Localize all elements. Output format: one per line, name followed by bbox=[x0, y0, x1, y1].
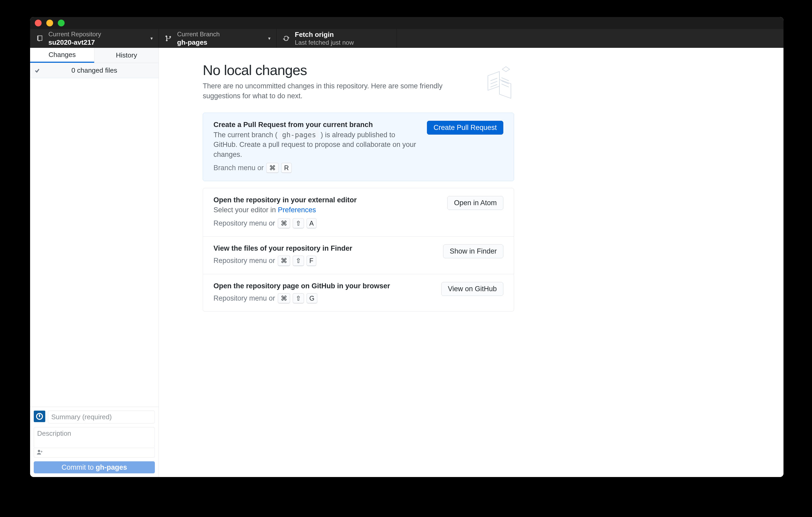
create-pull-request-button[interactable]: Create Pull Request bbox=[427, 121, 503, 134]
fetch-subtitle: Last fetched just now bbox=[295, 39, 354, 47]
commit-button-branch: gh-pages bbox=[96, 463, 127, 471]
card-title: View the files of your repository in Fin… bbox=[213, 244, 433, 252]
repo-value: su2020-avt217 bbox=[49, 38, 101, 47]
branch-code: gh-pages bbox=[280, 130, 319, 139]
card-hint: Repository menu or ⌘ ⇧ F bbox=[213, 255, 433, 266]
card-title: Open the repository in your external edi… bbox=[213, 196, 437, 204]
card-view-github: Open the repository page on GitHub in yo… bbox=[203, 274, 514, 311]
kbd: ⇧ bbox=[293, 255, 304, 266]
svg-line-7 bbox=[501, 84, 509, 87]
repository-switcher[interactable]: Current Repository su2020-avt217 ▾ bbox=[30, 29, 159, 48]
main-panel: No local changes There are no uncommitte… bbox=[159, 48, 783, 477]
app-window: Current Repository su2020-avt217 ▾ Curre… bbox=[30, 17, 783, 477]
window-close-button[interactable] bbox=[35, 20, 41, 26]
svg-line-2 bbox=[491, 78, 497, 81]
sync-icon bbox=[282, 35, 290, 42]
changed-files-header: 0 changed files bbox=[30, 63, 158, 78]
branch-value: gh-pages bbox=[177, 38, 220, 47]
view-on-github-button[interactable]: View on GitHub bbox=[441, 282, 503, 296]
window-minimize-button[interactable] bbox=[46, 20, 53, 26]
card-title: Open the repository page on GitHub in yo… bbox=[213, 282, 431, 290]
branch-label: Current Branch bbox=[177, 30, 220, 38]
tab-history[interactable]: History bbox=[94, 48, 158, 63]
toolbar: Current Repository su2020-avt217 ▾ Curre… bbox=[30, 29, 783, 48]
branch-switcher[interactable]: Current Branch gh-pages ▾ bbox=[159, 29, 277, 48]
sidebar: Changes History 0 changed files bbox=[30, 48, 159, 477]
card-show-finder: View the files of your repository in Fin… bbox=[203, 236, 514, 274]
add-coauthors-button[interactable] bbox=[34, 448, 155, 458]
avatar bbox=[34, 410, 45, 422]
title-bar bbox=[30, 17, 783, 29]
kbd: ⌘ bbox=[278, 255, 290, 266]
select-all-checkbox[interactable] bbox=[30, 68, 44, 73]
commit-description-input[interactable] bbox=[34, 427, 155, 448]
page-subtitle: There are no uncommitted changes in this… bbox=[203, 81, 462, 101]
fetch-title: Fetch origin bbox=[295, 30, 354, 39]
fetch-button[interactable]: Fetch origin Last fetched just now bbox=[277, 29, 397, 48]
changed-files-count: 0 changed files bbox=[44, 66, 158, 74]
traffic-lights bbox=[35, 20, 65, 26]
card-title: Create a Pull Request from your current … bbox=[213, 121, 416, 129]
show-in-finder-button[interactable]: Show in Finder bbox=[443, 244, 503, 258]
card-create-pull-request: Create a Pull Request from your current … bbox=[203, 113, 514, 181]
chevron-down-icon: ▾ bbox=[268, 35, 270, 41]
svg-line-4 bbox=[491, 84, 497, 87]
commit-button-prefix: Commit to bbox=[61, 463, 96, 471]
kbd: A bbox=[307, 218, 317, 229]
chevron-down-icon: ▾ bbox=[150, 35, 153, 41]
window-maximize-button[interactable] bbox=[58, 20, 65, 26]
page-title: No local changes bbox=[203, 62, 472, 78]
no-changes-illustration bbox=[483, 62, 514, 99]
repo-icon bbox=[36, 35, 44, 42]
sidebar-tabs: Changes History bbox=[30, 48, 158, 63]
card-description: The current branch ( gh-pages ) is alrea… bbox=[213, 130, 416, 160]
tab-changes[interactable]: Changes bbox=[30, 48, 94, 63]
svg-line-5 bbox=[501, 78, 509, 81]
svg-line-3 bbox=[491, 81, 497, 84]
kbd: ⌘ bbox=[278, 218, 290, 229]
svg-rect-0 bbox=[488, 71, 499, 90]
commit-summary-input[interactable] bbox=[48, 410, 155, 423]
card-hint: Repository menu or ⌘ ⇧ A bbox=[213, 218, 437, 229]
card-open-editor: Open the repository in your external edi… bbox=[203, 188, 514, 237]
preferences-link[interactable]: Preferences bbox=[278, 206, 316, 214]
kbd: G bbox=[307, 293, 317, 303]
kbd: R bbox=[281, 163, 292, 173]
commit-button[interactable]: Commit to gh-pages bbox=[34, 461, 155, 473]
card-description: Select your editor in Preferences bbox=[213, 205, 437, 215]
kbd: F bbox=[307, 255, 316, 266]
branch-icon bbox=[165, 35, 172, 42]
kbd: ⇧ bbox=[293, 218, 304, 229]
kbd: ⌘ bbox=[278, 293, 290, 303]
card-hint: Branch menu or ⌘ R bbox=[213, 163, 416, 173]
open-in-atom-button[interactable]: Open in Atom bbox=[447, 196, 503, 210]
commit-form: Commit to gh-pages bbox=[30, 407, 158, 477]
kbd: ⌘ bbox=[266, 163, 279, 173]
kbd: ⇧ bbox=[293, 293, 304, 303]
card-hint: Repository menu or ⌘ ⇧ G bbox=[213, 293, 431, 303]
repo-label: Current Repository bbox=[49, 30, 101, 38]
